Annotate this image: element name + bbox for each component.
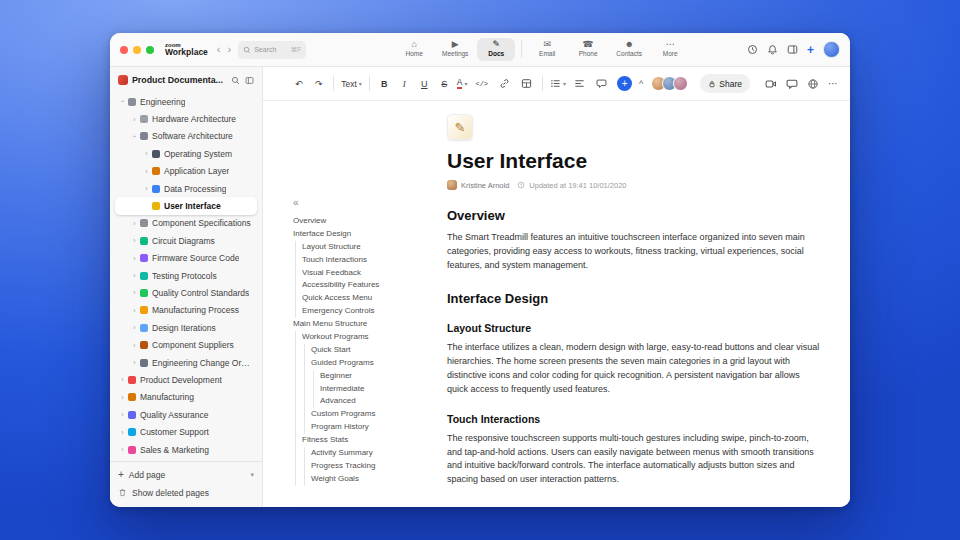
tab-contacts[interactable]: ☻ Contacts (610, 38, 648, 60)
comment-button[interactable] (593, 74, 610, 93)
outline-item-quick-start[interactable]: Quick Start (311, 344, 433, 357)
collapse-outline-icon[interactable]: « (293, 198, 433, 208)
meetings-icon: ▶ (452, 40, 459, 50)
nav-forward-button[interactable]: › (228, 44, 232, 55)
sidebar-item-engineering-change-orders[interactable]: Engineering Change Orders (115, 354, 257, 371)
sidebar-item-engineering[interactable]: Engineering (115, 93, 257, 110)
outline-item-custom-programs[interactable]: Custom Programs (311, 408, 433, 421)
list-style-dropdown[interactable]: ▾ (550, 78, 566, 89)
sidebar-item-operating-system[interactable]: Operating System (115, 145, 257, 162)
factory-icon (140, 306, 148, 314)
sidebar-item-testing-protocols[interactable]: Testing Protocols (115, 267, 257, 284)
comments-panel-icon[interactable] (786, 78, 798, 90)
close-window-button[interactable] (120, 46, 128, 54)
user-avatar[interactable] (823, 41, 840, 58)
doc-content-row: « Overview Interface Design Layout Struc… (263, 101, 850, 507)
tab-meetings[interactable]: ▶ Meetings (436, 38, 474, 60)
new-item-plus-button[interactable]: + (807, 44, 814, 56)
outline-item-touch-interactions[interactable]: Touch Interactions (302, 254, 433, 267)
insert-block-plus-button[interactable]: + (617, 76, 632, 91)
history-clock-icon[interactable] (747, 44, 758, 55)
author-avatar (447, 180, 457, 190)
chevron-icon (118, 411, 127, 418)
outline-item-program-history[interactable]: Program History (311, 421, 433, 434)
tab-more[interactable]: ⋯ More (651, 38, 689, 60)
outline-group: Activity Summary Progress Tracking Weigh… (304, 447, 433, 486)
tab-home[interactable]: ⌂ Home (395, 38, 433, 60)
outline-item-intermediate[interactable]: Intermediate (320, 383, 433, 396)
fullscreen-window-button[interactable] (146, 46, 154, 54)
sidebar-item-manufacturing[interactable]: Manufacturing (115, 389, 257, 406)
outline-item-progress-tracking[interactable]: Progress Tracking (311, 460, 433, 473)
outline-item-advanced[interactable]: Advanced (320, 395, 433, 408)
inline-code-button[interactable]: </> (472, 74, 491, 93)
outline-item-overview[interactable]: Overview (293, 215, 433, 228)
outline-item-layout-structure[interactable]: Layout Structure (302, 241, 433, 254)
sidebar-item-hardware-architecture[interactable]: Hardware Architecture (115, 110, 257, 127)
sidebar-item-user-interface[interactable]: User Interface (115, 197, 257, 214)
italic-button[interactable]: I (397, 74, 412, 93)
outline-item-main-menu-structure[interactable]: Main Menu Structure (293, 318, 433, 331)
heading-touch-interactions: Touch Interactions (447, 413, 820, 425)
undo-icon[interactable]: ↶ (291, 74, 306, 93)
start-video-camera-icon[interactable] (765, 78, 777, 90)
nav-back-button[interactable]: ‹ (217, 44, 221, 55)
chevron-icon (130, 237, 139, 244)
outline-item-activity-summary[interactable]: Activity Summary (311, 447, 433, 460)
outline-item-beginner[interactable]: Beginner (320, 370, 433, 383)
sidebar-collapse-icon[interactable] (245, 76, 254, 85)
sidebar-item-quality-control-standards[interactable]: Quality Control Standards (115, 284, 257, 301)
sidebar-item-product-development[interactable]: Product Development (115, 371, 257, 388)
bold-button[interactable]: B (377, 74, 392, 93)
text-color-dropdown[interactable]: A ▾ (457, 78, 468, 89)
minimize-window-button[interactable] (133, 46, 141, 54)
outline-item-visual-feedback[interactable]: Visual Feedback (302, 267, 433, 280)
add-page-options-chevron-icon[interactable]: ▾ (250, 471, 254, 479)
redo-icon[interactable]: ↷ (311, 74, 326, 93)
insert-link-button[interactable] (496, 74, 513, 93)
sidebar-item-application-layer[interactable]: Application Layer (115, 163, 257, 180)
strikethrough-button[interactable]: S (437, 74, 452, 93)
publish-globe-icon[interactable] (807, 78, 819, 90)
outline-item-guided-programs[interactable]: Guided Programs (311, 357, 433, 370)
side-panel-toggle-icon[interactable] (787, 44, 798, 55)
sidebar-item-sales-marketing[interactable]: Sales & Marketing (115, 441, 257, 458)
insert-table-button[interactable] (518, 74, 535, 93)
collapse-toolbar-icon[interactable]: ^ (639, 79, 643, 89)
text-style-dropdown[interactable]: Text ▾ (341, 79, 362, 89)
show-deleted-pages-button[interactable]: Show deleted pages (118, 485, 254, 500)
collaborator-avatar[interactable] (673, 76, 688, 91)
outline-item-workout-programs[interactable]: Workout Programs (302, 331, 433, 344)
outline-item-accessibility-features[interactable]: Accessibility Features (302, 279, 433, 292)
tab-email[interactable]: ✉ Email (528, 38, 566, 60)
more-options-icon[interactable]: ⋯ (828, 78, 838, 89)
sidebar-item-firmware-source-code[interactable]: Firmware Source Code (115, 250, 257, 267)
outline-item-interface-design[interactable]: Interface Design (293, 228, 433, 241)
outline-item-quick-access-menu[interactable]: Quick Access Menu (302, 292, 433, 305)
outline-item-fitness-stats[interactable]: Fitness Stats (302, 434, 433, 447)
sidebar-item-manufacturing-process[interactable]: Manufacturing Process (115, 302, 257, 319)
sidebar-item-quality-assurance[interactable]: Quality Assurance (115, 406, 257, 423)
chevron-icon (130, 307, 139, 314)
add-page-button[interactable]: + Add page ▾ (118, 467, 254, 482)
share-button[interactable]: Share (700, 74, 750, 93)
sidebar-item-data-processing[interactable]: Data Processing (115, 180, 257, 197)
outline-item-weight-goals[interactable]: Weight Goals (311, 473, 433, 486)
underline-button[interactable]: U (417, 74, 432, 93)
tab-phone[interactable]: ☎ Phone (569, 38, 607, 60)
sidebar-item-component-specifications[interactable]: Component Specifications (115, 215, 257, 232)
tab-docs[interactable]: ✎ Docs (477, 38, 515, 60)
collaborator-avatars (651, 76, 688, 91)
zoom-workplace-logo: zoom Workplace (165, 42, 208, 57)
document-body[interactable]: ✎ User Interface Kristine Arnold Updated… (439, 101, 850, 507)
sidebar-search-icon[interactable] (231, 76, 240, 85)
sidebar-item-software-architecture[interactable]: Software Architecture (115, 128, 257, 145)
sidebar-item-design-iterations[interactable]: Design Iterations (115, 319, 257, 336)
notifications-bell-icon[interactable] (767, 44, 778, 55)
sidebar-item-circuit-diagrams[interactable]: Circuit Diagrams (115, 232, 257, 249)
sidebar-item-component-suppliers[interactable]: Component Suppliers (115, 336, 257, 353)
sidebar-item-customer-support[interactable]: Customer Support (115, 423, 257, 440)
global-search-input[interactable]: Search ⌘F (238, 41, 306, 59)
align-button[interactable] (571, 74, 588, 93)
outline-item-emergency-controls[interactable]: Emergency Controls (302, 305, 433, 318)
